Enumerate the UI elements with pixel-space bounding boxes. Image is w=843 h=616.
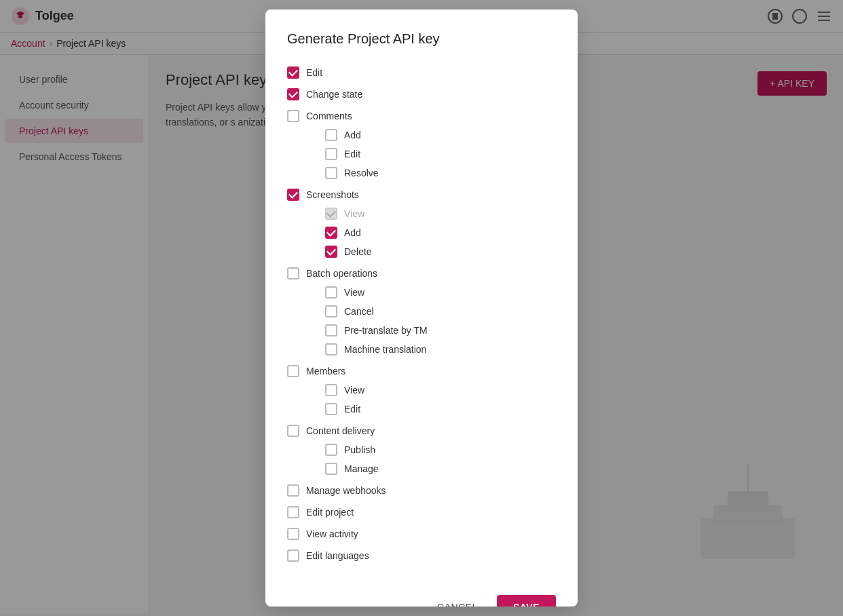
perm-label-screenshots-view: View — [344, 208, 364, 219]
perm-label-batch-view: View — [344, 287, 364, 298]
checkbox-batch-cancel[interactable] — [325, 305, 337, 317]
checkbox-edit-project[interactable] — [287, 506, 299, 518]
perm-row-manage-webhooks: Manage webhooks — [287, 481, 556, 500]
perm-row-members-edit: Edit — [287, 400, 556, 419]
save-button[interactable]: SAVE — [497, 595, 556, 607]
perm-label-batch-pre-translate: Pre-translate by TM — [344, 325, 428, 336]
checkbox-screenshots-add[interactable] — [325, 227, 337, 239]
dialog-title: Generate Project API key — [287, 31, 556, 47]
permission-group-screenshots: Screenshots View Add Delete — [287, 185, 556, 261]
perm-label-comments: Comments — [306, 111, 352, 121]
checkbox-edit-languages[interactable] — [287, 550, 299, 562]
modal-overlay: Generate Project API key Edit Change sta… — [0, 0, 843, 616]
perm-row-screenshots: Screenshots — [287, 185, 556, 204]
checkbox-batch-pre-translate[interactable] — [325, 324, 337, 336]
perm-label-members-edit: Edit — [344, 404, 360, 415]
generate-api-key-dialog: Generate Project API key Edit Change sta… — [265, 9, 578, 607]
permission-group-batch: Batch operations View Cancel Pre-transla… — [287, 264, 556, 359]
permission-group-change-state: Change state — [287, 85, 556, 104]
perm-row-content-publish: Publish — [287, 440, 556, 459]
permission-group-edit-languages: Edit languages — [287, 546, 556, 565]
permission-group-members: Members View Edit — [287, 362, 556, 419]
perm-row-view-activity: View activity — [287, 524, 556, 543]
cancel-button[interactable]: CANCEL — [426, 595, 489, 607]
permission-group-comments: Comments Add Edit Resolve — [287, 107, 556, 182]
permission-group-edit-project: Edit project — [287, 503, 556, 522]
perm-row-batch: Batch operations — [287, 264, 556, 283]
perm-row-change-state: Change state — [287, 85, 556, 104]
checkbox-content-publish[interactable] — [325, 444, 337, 456]
checkbox-comments-edit[interactable] — [325, 148, 337, 160]
checkbox-screenshots[interactable] — [287, 189, 299, 201]
perm-label-screenshots: Screenshots — [306, 189, 359, 200]
perm-row-comments: Comments — [287, 107, 556, 126]
checkbox-members-edit[interactable] — [325, 403, 337, 415]
perm-label-screenshots-delete: Delete — [344, 246, 371, 257]
permission-group-edit: Edit — [287, 63, 556, 82]
permission-group-content-delivery: Content delivery Publish Manage — [287, 421, 556, 478]
checkbox-comments[interactable] — [287, 110, 299, 122]
perm-label-batch-cancel: Cancel — [344, 306, 374, 317]
checkbox-screenshots-delete[interactable] — [325, 246, 337, 258]
perm-label-batch: Batch operations — [306, 268, 377, 279]
dialog-actions: CANCEL SAVE — [287, 584, 556, 607]
checkbox-batch-view[interactable] — [325, 286, 337, 299]
checkbox-content-manage[interactable] — [325, 463, 337, 475]
perm-label-comments-resolve: Resolve — [344, 168, 379, 178]
perm-label-edit-project: Edit project — [306, 507, 354, 518]
perm-row-content-delivery: Content delivery — [287, 421, 556, 440]
checkbox-content-delivery[interactable] — [287, 425, 299, 437]
perm-row-screenshots-view: View — [287, 204, 556, 223]
perm-label-change-state: Change state — [306, 89, 362, 100]
perm-row-edit-project: Edit project — [287, 503, 556, 522]
permission-group-manage-webhooks: Manage webhooks — [287, 481, 556, 500]
perm-row-comments-add: Add — [287, 126, 556, 145]
perm-label-edit: Edit — [306, 67, 322, 78]
perm-label-content-manage: Manage — [344, 463, 379, 474]
perm-label-batch-machine-translation: Machine translation — [344, 344, 426, 355]
checkbox-batch-machine-translation[interactable] — [325, 343, 337, 355]
perm-label-comments-add: Add — [344, 130, 361, 140]
perm-row-batch-view: View — [287, 283, 556, 302]
perm-row-batch-machine-translation: Machine translation — [287, 340, 556, 359]
permission-group-view-activity: View activity — [287, 524, 556, 543]
perm-row-members-view: View — [287, 381, 556, 400]
checkbox-view-activity[interactable] — [287, 528, 299, 540]
perm-label-members: Members — [306, 366, 345, 377]
perm-row-edit: Edit — [287, 63, 556, 82]
checkbox-members-view[interactable] — [325, 384, 337, 396]
perm-label-manage-webhooks: Manage webhooks — [306, 485, 386, 496]
perm-row-batch-cancel: Cancel — [287, 302, 556, 321]
checkbox-comments-add[interactable] — [325, 129, 337, 141]
perm-row-edit-languages: Edit languages — [287, 546, 556, 565]
perm-label-view-activity: View activity — [306, 528, 358, 539]
checkbox-change-state[interactable] — [287, 88, 299, 100]
perm-label-comments-edit: Edit — [344, 149, 360, 159]
perm-row-batch-pre-translate: Pre-translate by TM — [287, 321, 556, 340]
perm-row-screenshots-delete: Delete — [287, 242, 556, 261]
checkbox-edit[interactable] — [287, 66, 299, 79]
perm-row-content-manage: Manage — [287, 459, 556, 478]
checkbox-screenshots-view[interactable] — [325, 208, 337, 220]
perm-label-content-publish: Publish — [344, 444, 375, 455]
perm-row-screenshots-add: Add — [287, 223, 556, 242]
perm-row-comments-resolve: Resolve — [287, 163, 556, 182]
checkbox-batch[interactable] — [287, 267, 299, 280]
checkbox-manage-webhooks[interactable] — [287, 484, 299, 497]
perm-label-members-view: View — [344, 385, 364, 396]
perm-row-comments-edit: Edit — [287, 145, 556, 163]
perm-row-members: Members — [287, 362, 556, 381]
perm-label-content-delivery: Content delivery — [306, 425, 375, 436]
checkbox-members[interactable] — [287, 365, 299, 377]
perm-label-screenshots-add: Add — [344, 227, 361, 238]
perm-label-edit-languages: Edit languages — [306, 550, 369, 561]
checkbox-comments-resolve[interactable] — [325, 167, 337, 179]
